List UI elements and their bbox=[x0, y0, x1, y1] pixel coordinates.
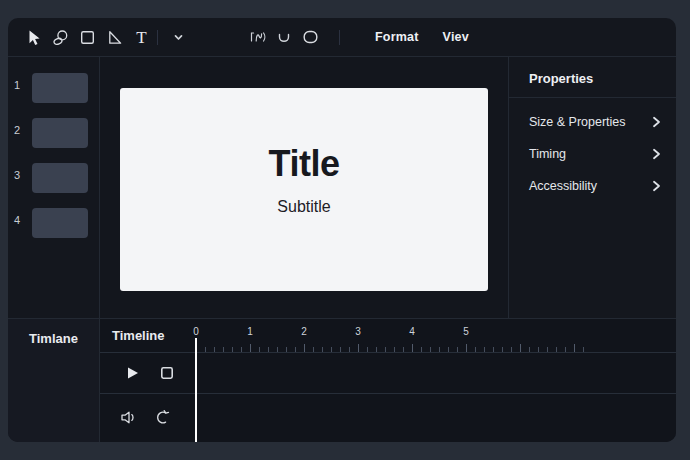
slide-subtitle-text[interactable]: Subtitle bbox=[120, 198, 488, 216]
slide-row-3[interactable]: 3 bbox=[8, 163, 99, 193]
arc-tool-button[interactable] bbox=[271, 24, 297, 50]
replay-icon bbox=[153, 409, 171, 426]
ruler-tick bbox=[268, 347, 269, 352]
property-item-timing[interactable]: Timing bbox=[509, 138, 676, 170]
menu-format[interactable]: Format bbox=[363, 26, 431, 48]
slide-canvas[interactable]: Title Subtitle bbox=[120, 88, 488, 291]
ruler-tick bbox=[232, 347, 233, 352]
ruler-tick bbox=[349, 347, 350, 352]
slide-title-text[interactable]: Title bbox=[120, 143, 488, 185]
ruler-tick bbox=[574, 344, 575, 352]
rectangle-icon bbox=[79, 29, 96, 46]
slide-number: 2 bbox=[8, 118, 26, 136]
chevron-right-icon bbox=[652, 180, 661, 192]
slide-thumbnail[interactable] bbox=[32, 118, 88, 148]
slide-row-4[interactable]: 4 bbox=[8, 208, 99, 238]
ruler-label: 0 bbox=[193, 326, 199, 337]
toolbar-divider bbox=[157, 30, 158, 45]
ruler-tick bbox=[466, 344, 467, 352]
more-tools-button[interactable] bbox=[168, 26, 188, 48]
slide-thumbnail[interactable] bbox=[32, 163, 88, 193]
ruler-tick bbox=[457, 347, 458, 352]
ruler-tick bbox=[511, 347, 512, 352]
app-window: T Format Viev 1 2 bbox=[8, 18, 676, 442]
ruler-tick bbox=[520, 344, 521, 352]
triangle-tool-button[interactable] bbox=[101, 24, 128, 50]
rounded-rect-tool-button[interactable] bbox=[297, 24, 323, 50]
ruler-tick bbox=[331, 347, 332, 352]
text-tool-button[interactable]: T bbox=[128, 24, 155, 50]
ruler-tick bbox=[385, 347, 386, 352]
canvas-area: Title Subtitle bbox=[100, 57, 508, 318]
ruler-tick bbox=[295, 347, 296, 352]
scribble-tool-button[interactable] bbox=[245, 24, 271, 50]
property-label: Accessibility bbox=[529, 179, 597, 193]
ruler-tick bbox=[205, 347, 206, 352]
ruler-tick bbox=[403, 347, 404, 352]
toolbar-divider bbox=[339, 30, 340, 45]
ruler-tick bbox=[322, 347, 323, 352]
chevron-down-icon bbox=[173, 32, 184, 43]
stop-button[interactable] bbox=[155, 361, 179, 385]
ruler-tick bbox=[214, 347, 215, 352]
slide-thumbnail[interactable] bbox=[32, 73, 88, 103]
cursor-tool-button[interactable] bbox=[20, 24, 47, 50]
ruler-tick bbox=[565, 347, 566, 352]
ruler-tick bbox=[484, 347, 485, 352]
ruler-tick bbox=[376, 347, 377, 352]
ruler-tick bbox=[412, 344, 413, 352]
ruler-tick bbox=[538, 347, 539, 352]
property-item-accessibility[interactable]: Accessibility bbox=[509, 170, 676, 202]
ruler-label: 5 bbox=[463, 326, 469, 337]
ruler-tick bbox=[448, 347, 449, 352]
replay-button[interactable] bbox=[150, 406, 174, 430]
ruler-tick bbox=[223, 347, 224, 352]
stop-icon bbox=[159, 365, 175, 381]
ruler-tick bbox=[358, 344, 359, 352]
ruler-tick bbox=[259, 347, 260, 352]
play-icon bbox=[125, 365, 140, 381]
timeline-sidebar: Timlane bbox=[8, 319, 100, 442]
scribble-icon bbox=[249, 29, 267, 45]
ruler-tick bbox=[394, 347, 395, 352]
slide-row-2[interactable]: 2 bbox=[8, 118, 99, 148]
slides-panel: 1 2 3 4 bbox=[8, 57, 100, 318]
slides-list: 1 2 3 4 bbox=[8, 73, 99, 238]
slide-thumbnail[interactable] bbox=[32, 208, 88, 238]
toolbar: T Format Viev bbox=[8, 18, 676, 57]
timeline-tracks: Timeline 012345 bbox=[100, 319, 676, 442]
volume-icon bbox=[119, 409, 139, 426]
shapes-tool-button[interactable] bbox=[47, 24, 74, 50]
shapes-icon bbox=[52, 29, 69, 46]
ruler-tick bbox=[340, 347, 341, 352]
ruler-label: 4 bbox=[409, 326, 415, 337]
menu-view[interactable]: Viev bbox=[431, 26, 481, 48]
ruler-label: 2 bbox=[301, 326, 307, 337]
rectangle-tool-button[interactable] bbox=[74, 24, 101, 50]
timeline-ruler[interactable]: 012345 bbox=[100, 319, 676, 352]
property-label: Size & Properties bbox=[529, 115, 626, 129]
arc-icon bbox=[276, 29, 292, 45]
ruler-tick bbox=[304, 344, 305, 352]
playhead[interactable] bbox=[195, 338, 197, 442]
ruler-tick bbox=[493, 347, 494, 352]
shape-tools-group bbox=[245, 24, 323, 50]
ruler-tick bbox=[556, 347, 557, 352]
ruler-label: 1 bbox=[247, 326, 253, 337]
rounded-rect-icon bbox=[302, 29, 319, 45]
ruler-tick bbox=[430, 347, 431, 352]
volume-button[interactable] bbox=[117, 406, 141, 430]
properties-header: Properties bbox=[509, 57, 676, 98]
ruler-tick bbox=[250, 344, 251, 352]
slide-row-1[interactable]: 1 bbox=[8, 73, 99, 103]
slide-number: 4 bbox=[8, 208, 26, 226]
chevron-right-icon bbox=[652, 148, 661, 160]
play-button[interactable] bbox=[120, 361, 144, 385]
property-item-size-properties[interactable]: Size & Properties bbox=[509, 106, 676, 138]
ruler-tick bbox=[286, 347, 287, 352]
ruler-tick bbox=[421, 347, 422, 352]
ruler-tick bbox=[277, 347, 278, 352]
ruler-tick bbox=[547, 347, 548, 352]
ruler-tick bbox=[439, 347, 440, 352]
ruler-tick bbox=[367, 347, 368, 352]
